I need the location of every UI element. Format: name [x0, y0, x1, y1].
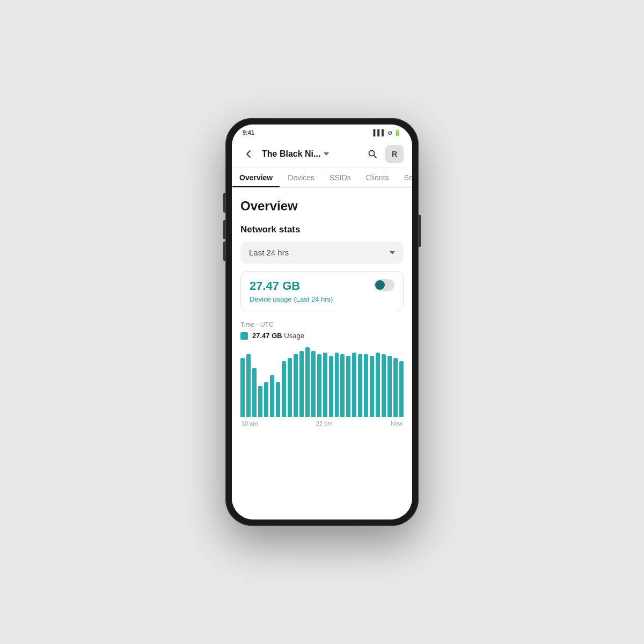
bar-item: [317, 354, 321, 417]
bar-item: [299, 351, 304, 418]
toggle-dot: [375, 280, 385, 290]
svg-point-0: [369, 151, 375, 156]
bar-item: [335, 353, 339, 417]
x-label-start: 10 am: [241, 420, 258, 427]
chart-time-label: Time - UTC: [240, 321, 404, 328]
bar-item: [364, 354, 368, 417]
status-time: 9:41: [243, 129, 254, 136]
chevron-down-icon: [324, 152, 329, 156]
x-label-mid: 22 pm: [316, 420, 333, 427]
chart-legend: 27.47 GB Usage: [240, 332, 404, 340]
phone-frame: 9:41 ▌▌▌ ⊘ 🔋 The Black Ni... R: [225, 118, 419, 526]
header-title: The Black Ni...: [262, 149, 320, 159]
x-label-end: Now: [391, 420, 402, 427]
bar-item: [387, 356, 392, 417]
bar-item: [352, 353, 356, 417]
back-button[interactable]: [240, 145, 258, 163]
bar-item: [240, 358, 245, 418]
section-title: Network stats: [240, 224, 404, 235]
toggle-area: [374, 279, 394, 291]
bar-item: [346, 356, 350, 417]
tab-clients[interactable]: Clients: [358, 168, 397, 187]
bar-item: [282, 361, 286, 417]
bar-item: [270, 375, 274, 417]
tab-settings[interactable]: Setti...: [397, 168, 412, 187]
time-selector-dropdown[interactable]: Last 24 hrs: [240, 241, 404, 264]
status-bar: 9:41 ▌▌▌ ⊘ 🔋: [232, 125, 412, 141]
bar-item: [340, 354, 345, 417]
main-content: Overview Network stats Last 24 hrs 27.47…: [232, 188, 412, 519]
chart-section: Time - UTC 27.47 GB Usage 10 am 22 pm: [240, 321, 404, 427]
page-title: Overview: [240, 199, 404, 214]
bar-item: [264, 382, 268, 417]
status-icons: ▌▌▌ ⊘ 🔋: [374, 129, 402, 136]
bar-item: [258, 386, 262, 418]
bar-item: [294, 354, 298, 417]
bar-item: [382, 354, 386, 417]
search-button[interactable]: [364, 145, 381, 163]
stats-card: 27.47 GB Device usage (Last 24 hrs): [240, 271, 404, 311]
legend-suffix: Usage: [284, 332, 304, 340]
tab-overview[interactable]: Overview: [232, 168, 280, 187]
bar-item: [399, 361, 404, 417]
bar-item: [288, 358, 292, 418]
tab-devices[interactable]: Devices: [280, 168, 322, 187]
bar-item: [370, 356, 374, 417]
bar-item: [276, 382, 280, 417]
tab-ssids[interactable]: SSIDs: [322, 168, 358, 187]
title-dropdown[interactable]: The Black Ni...: [262, 149, 360, 159]
bar-item: [376, 353, 380, 417]
stats-label: Device usage (Last 24 hrs): [250, 295, 333, 303]
avatar-button[interactable]: R: [385, 145, 404, 163]
legend-text: 27.47 GB Usage: [252, 332, 304, 340]
chart-x-labels: 10 am 22 pm Now: [240, 420, 404, 427]
bar-item: [393, 358, 398, 418]
bar-chart: [240, 347, 404, 417]
bar-chart-container: 10 am 22 pm Now: [240, 347, 404, 427]
stats-info: 27.47 GB Device usage (Last 24 hrs): [250, 279, 333, 303]
avatar-label: R: [392, 150, 397, 158]
bar-item: [252, 368, 257, 417]
bar-item: [358, 354, 362, 417]
time-selector-chevron-icon: [390, 251, 395, 254]
bar-item: [305, 347, 310, 417]
search-icon: [367, 149, 378, 159]
bar-item: [323, 353, 327, 417]
app-header: The Black Ni... R: [232, 141, 412, 168]
back-icon: [244, 149, 254, 159]
phone-screen: 9:41 ▌▌▌ ⊘ 🔋 The Black Ni... R: [232, 125, 412, 519]
usage-toggle[interactable]: [374, 279, 394, 291]
legend-color-box: [240, 332, 248, 340]
tabs-bar: Overview Devices SSIDs Clients Setti...: [232, 168, 412, 188]
bar-item: [329, 356, 333, 417]
stats-value: 27.47 GB: [250, 279, 333, 293]
legend-value: 27.47 GB: [252, 332, 282, 340]
bar-item: [311, 351, 316, 418]
time-selector-label: Last 24 hrs: [249, 248, 289, 257]
bar-item: [246, 354, 251, 417]
